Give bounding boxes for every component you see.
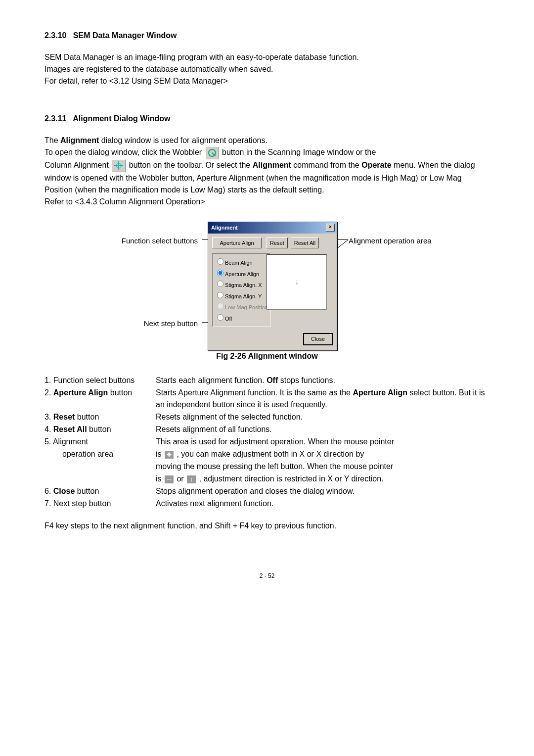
cursor-vertical-icon: ↕	[187, 475, 196, 483]
list-item: 3. Reset button Resets alignment of the …	[44, 411, 490, 423]
text: button	[75, 413, 99, 421]
text-bold: Aperture Align	[53, 388, 108, 397]
radio-beam-align[interactable]: Beam Align	[215, 257, 268, 267]
reset-all-button[interactable]: Reset All	[291, 237, 319, 249]
close-icon[interactable]: ×	[326, 224, 335, 232]
text: Images are registered to the database au…	[44, 65, 273, 73]
list-item: 7. Next step button Activates next align…	[44, 498, 490, 510]
dialog-title: Alignment	[211, 224, 238, 232]
radio-stigma-x[interactable]: Stigma Align. X	[215, 279, 268, 289]
list-item: operation area is ✥ , you can make adjus…	[44, 448, 490, 460]
text: 4.	[44, 425, 53, 433]
alignment-dialog: Alignment × Aperture Align Beam Align Ap…	[208, 222, 337, 351]
item-label: 7. Next step button	[44, 498, 156, 510]
annotation-function-select: Function select buttons	[122, 236, 198, 247]
radio-label: Stigma Align. Y	[225, 293, 262, 299]
section-heading: 2.3.11 Alignment Dialog Window	[44, 113, 490, 125]
down-arrow-icon: ↓	[295, 276, 299, 288]
text: Refer to <3.4.3 Column Alignment Operati…	[44, 197, 205, 206]
section-title: Alignment Dialog Window	[73, 114, 170, 123]
text: button	[87, 425, 111, 433]
paragraph: The Alignment dialog window is used for …	[44, 135, 490, 208]
column-alignment-icon	[112, 159, 126, 172]
radio-label: Aperture Align	[225, 271, 259, 277]
item-desc: is ✥ , you can make adjustment both in X…	[156, 448, 490, 460]
text-bold: Close	[53, 487, 75, 495]
item-label: operation area	[44, 448, 156, 460]
radio-label: Beam Align	[225, 260, 253, 266]
item-desc: Activates next alignment function.	[156, 498, 490, 510]
text: Column Alignment	[44, 161, 111, 169]
wobbler-icon	[205, 146, 219, 159]
radio-low-mag: Low Mag Position	[215, 301, 268, 312]
text: , adjustment direction is restricted in …	[197, 474, 383, 483]
annotation-next-step: Next step button	[144, 318, 198, 330]
section-heading: 2.3.10 SEM Data Manager Window	[44, 30, 490, 42]
item-desc: is ↔ or ↕ , adjustment direction is rest…	[156, 473, 490, 485]
page-number: 2 - 52	[44, 571, 490, 580]
item-label: 2. Aperture Align button	[44, 387, 156, 399]
item-desc: This area is used for adjustment operati…	[156, 436, 490, 448]
text-bold: Reset	[53, 413, 75, 421]
list-item: 5. Alignment This area is used for adjus…	[44, 436, 490, 448]
text: or	[175, 474, 186, 483]
radio-off[interactable]: Off	[215, 313, 268, 323]
text-bold: Operate	[361, 161, 391, 169]
footnote: F4 key steps to the next alignment funct…	[44, 520, 490, 532]
list-item: moving the mouse pressing the left butto…	[44, 461, 490, 472]
item-label: 5. Alignment	[44, 436, 156, 448]
text: The	[44, 136, 60, 144]
close-button[interactable]: Close	[303, 333, 333, 345]
cursor-horizontal-icon: ↔	[165, 475, 174, 483]
text: 6.	[44, 487, 53, 495]
section-title: SEM Data Manager Window	[73, 31, 177, 40]
text: 2.	[44, 388, 53, 397]
item-list: 1. Function select buttons Starts each a…	[44, 375, 490, 510]
section-number: 2.3.11	[44, 114, 66, 123]
text: is	[156, 474, 164, 483]
item-label: 6. Close button	[44, 485, 156, 497]
text: Starts each alignment function.	[156, 376, 267, 384]
list-item: 2. Aperture Align button Starts Aperture…	[44, 387, 490, 411]
text: dialog window is used for alignment oper…	[99, 136, 267, 144]
text: , you can make adjustment both in X or X…	[175, 450, 364, 458]
text-bold: Aperture Align	[353, 388, 407, 397]
radio-label: Off	[225, 316, 232, 322]
function-radio-group: Beam Align Aperture Align Stigma Align. …	[212, 253, 270, 327]
radio-label: Low Mag Position	[225, 304, 268, 310]
text: For detail, refer to <3.12 Using SEM Dat…	[44, 77, 228, 85]
aperture-align-button[interactable]: Aperture Align	[212, 237, 262, 249]
radio-aperture-align[interactable]: Aperture Align	[215, 268, 268, 279]
item-desc: Resets alignment of all functions.	[156, 424, 490, 435]
text-bold: Alignment	[253, 161, 291, 169]
radio-stigma-y[interactable]: Stigma Align. Y	[215, 290, 268, 301]
item-desc: Starts each alignment function. Off stop…	[156, 375, 490, 386]
list-item: 4. Reset All button Resets alignment of …	[44, 424, 490, 435]
text: command from the	[291, 161, 361, 169]
list-item: 6. Close button Stops alignment operatio…	[44, 485, 490, 497]
item-label: 4. Reset All button	[44, 424, 156, 435]
list-item: 1. Function select buttons Starts each a…	[44, 375, 490, 386]
text-bold: Off	[267, 376, 278, 384]
paragraph: SEM Data Manager is an image-filing prog…	[44, 51, 490, 87]
cursor-move-icon: ✥	[165, 451, 174, 459]
item-desc: moving the mouse pressing the left butto…	[156, 461, 490, 472]
figure-caption: Fig 2-26 Alignment window	[44, 350, 490, 362]
section-number: 2.3.10	[44, 31, 66, 40]
list-item: is ↔ or ↕ , adjustment direction is rest…	[44, 473, 490, 485]
item-desc: Starts Aperture Alignment function. It i…	[156, 387, 490, 411]
text: button in the Scanning Image window or t…	[222, 148, 376, 156]
item-desc: Stops alignment operation and closes the…	[156, 485, 490, 497]
text: SEM Data Manager is an image-filing prog…	[44, 53, 359, 61]
text-bold: Alignment	[60, 136, 99, 144]
alignment-operation-area[interactable]: ↓	[267, 254, 327, 310]
annotation-alignment-area: Alignment operation area	[349, 236, 432, 247]
item-label: 3. Reset button	[44, 411, 156, 423]
item-desc: Resets alignment of the selected functio…	[156, 411, 490, 423]
text: stops functions.	[278, 376, 335, 384]
text: button	[75, 487, 99, 495]
text: button on the toolbar. Or select the	[129, 161, 253, 169]
reset-button[interactable]: Reset	[267, 237, 288, 249]
text: 3.	[44, 413, 53, 421]
text: To open the dialog window, click the Wob…	[44, 148, 204, 156]
